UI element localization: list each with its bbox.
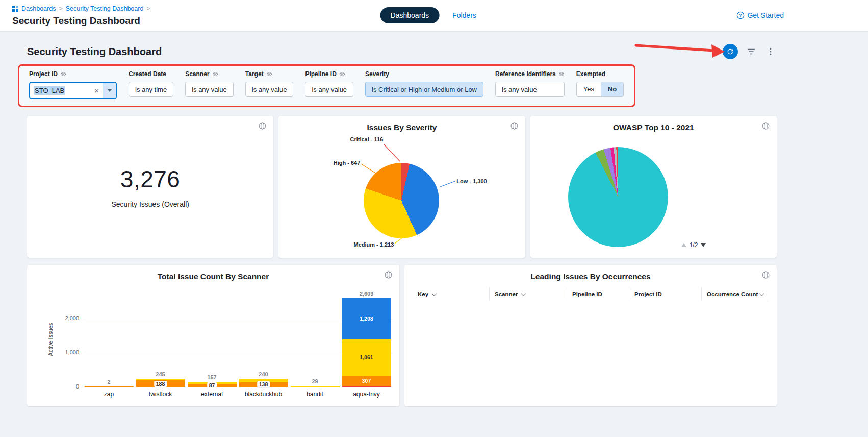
gridline xyxy=(83,387,392,387)
y-axis-tick: 0 xyxy=(57,383,79,390)
filter-label-created-date: Created Date xyxy=(129,70,166,78)
bar-segment[interactable]: 188 xyxy=(136,380,185,387)
bar-bandit: 29bandit xyxy=(289,292,341,387)
kebab-menu-icon xyxy=(766,47,775,56)
bar-total-label: 29 xyxy=(312,378,318,384)
dashboards-grid-icon xyxy=(12,6,18,12)
bar-zap: 2zap xyxy=(83,292,135,387)
svg-text:?: ? xyxy=(739,13,743,18)
filter-button[interactable] xyxy=(745,45,757,58)
bar-total-label: 157 xyxy=(207,374,216,380)
bar-segment-label: 1,208 xyxy=(360,315,373,322)
column-header-scanner[interactable]: Scanner xyxy=(489,287,567,301)
breadcrumb: Dashboards > Security Testing Dashboard … xyxy=(12,5,150,12)
filter-bar: Project ID STO_LAB × Created Date is any… xyxy=(18,64,635,107)
bar-segment-label: 1,061 xyxy=(360,354,373,360)
pie-pagination: 1/2 xyxy=(681,241,706,249)
column-header-key[interactable]: Key xyxy=(413,287,489,301)
tab-dashboards[interactable]: Dashboards xyxy=(380,7,440,23)
breadcrumb-link-current[interactable]: Security Testing Dashboard xyxy=(66,5,144,12)
pie-label-critical: Critical - 116 xyxy=(327,136,383,142)
filter-label-project-id: Project ID xyxy=(29,70,58,78)
bar-segment[interactable]: 307 xyxy=(342,376,391,386)
bar-total-label: 240 xyxy=(259,371,268,377)
page-indicator: 1/2 xyxy=(690,241,698,249)
created-date-filter-button[interactable]: is any time xyxy=(129,82,173,97)
bar-stack[interactable]: 3071,0611,208 xyxy=(342,298,391,387)
page-up-icon[interactable] xyxy=(681,243,686,247)
globe-icon xyxy=(510,122,519,130)
help-circle-icon: ? xyxy=(736,11,745,19)
bar-segment-label: 138 xyxy=(257,381,270,387)
explore-globe-button[interactable] xyxy=(509,120,520,133)
explore-globe-button[interactable] xyxy=(383,270,394,282)
link-icon xyxy=(60,71,66,77)
chevron-down-icon xyxy=(108,89,112,92)
chevron-down-icon[interactable] xyxy=(521,291,526,296)
project-id-combobox[interactable]: STO_LAB × xyxy=(29,82,117,99)
bar-segment[interactable]: 87 xyxy=(188,384,237,387)
filter-label-reference-identifiers: Reference Identifiers xyxy=(495,70,556,78)
more-options-button[interactable] xyxy=(764,45,777,58)
bar-stack[interactable]: 138 xyxy=(239,379,288,387)
exempted-option-yes[interactable]: Yes xyxy=(577,82,601,96)
pipeline-id-filter-button[interactable]: is any value xyxy=(305,82,353,97)
exempted-option-no[interactable]: No xyxy=(601,82,623,96)
app-header: Dashboards > Security Testing Dashboard … xyxy=(0,0,868,32)
filter-target: Target is any value xyxy=(245,70,294,97)
bar-segment[interactable] xyxy=(291,386,340,387)
explore-globe-button[interactable] xyxy=(760,120,771,133)
link-icon xyxy=(212,71,218,77)
issues-by-severity-pie[interactable] xyxy=(364,163,439,238)
breadcrumb-link-dashboards[interactable]: Dashboards xyxy=(21,5,56,12)
filter-exempted: Exempted Yes No xyxy=(576,70,624,97)
card-owasp-top-10: OWASP Top 10 - 2021 1/2 xyxy=(530,116,777,258)
x-axis-label: aqua-trivy xyxy=(353,391,380,398)
scanner-filter-button[interactable]: is any value xyxy=(185,82,234,97)
x-axis-label: bandit xyxy=(307,391,323,398)
dashboard-title: Security Testing Dashboard xyxy=(27,46,162,58)
bar-segment[interactable] xyxy=(342,386,391,387)
filter-label-severity: Severity xyxy=(365,70,389,78)
bar-segment[interactable]: 1,208 xyxy=(342,298,391,339)
page-down-icon[interactable] xyxy=(701,243,706,247)
severity-filter-button[interactable]: is Critical or High or Medium or Low xyxy=(365,82,483,97)
bar-stack[interactable]: 87 xyxy=(188,382,237,387)
column-label: Pipeline ID xyxy=(572,291,602,297)
tab-folders[interactable]: Folders xyxy=(452,11,476,19)
refresh-button[interactable] xyxy=(723,44,738,59)
bar-segment[interactable]: 1,061 xyxy=(342,339,391,376)
get-started-label: Get Started xyxy=(747,11,784,19)
combobox-dropdown-button[interactable] xyxy=(103,83,116,98)
bar-stack[interactable] xyxy=(291,386,340,387)
explore-globe-button[interactable] xyxy=(760,270,771,282)
chevron-down-icon[interactable] xyxy=(432,291,437,296)
refresh-icon xyxy=(726,47,734,56)
bar-stack[interactable] xyxy=(85,386,134,387)
filter-label-target: Target xyxy=(245,70,264,78)
reference-identifiers-filter-button[interactable]: is any value xyxy=(495,82,565,97)
column-header-occurrence-count[interactable]: Occurrence Count xyxy=(701,287,769,301)
bar-stack[interactable]: 188 xyxy=(136,379,185,387)
get-started-link[interactable]: ? Get Started xyxy=(736,11,784,19)
target-filter-button[interactable]: is any value xyxy=(245,82,294,97)
bar-total-label: 2,603 xyxy=(360,290,374,297)
card-title-issues-by-severity: Issues By Severity xyxy=(278,116,525,132)
bar-segment-label: 307 xyxy=(362,378,371,384)
y-axis-title: Active Issues xyxy=(47,323,54,356)
chevron-down-icon[interactable] xyxy=(759,291,764,296)
occurrences-table-body xyxy=(404,301,777,393)
column-label: Project ID xyxy=(634,291,662,297)
filter-reference-identifiers: Reference Identifiers is any value xyxy=(495,70,565,97)
bar-segment[interactable] xyxy=(85,386,134,387)
owasp-pie[interactable] xyxy=(568,147,668,247)
project-id-value[interactable]: STO_LAB xyxy=(34,86,65,95)
filter-label-scanner: Scanner xyxy=(185,70,209,78)
bar-segment-label: 188 xyxy=(154,381,167,387)
globe-icon xyxy=(761,122,770,130)
card-title-owasp: OWASP Top 10 - 2021 xyxy=(530,116,777,132)
overall-label: Security Issues (Overall) xyxy=(111,200,189,208)
bar-segment[interactable]: 138 xyxy=(239,382,288,387)
clear-icon[interactable]: × xyxy=(91,86,103,95)
bar-external: 15787external xyxy=(186,292,238,387)
